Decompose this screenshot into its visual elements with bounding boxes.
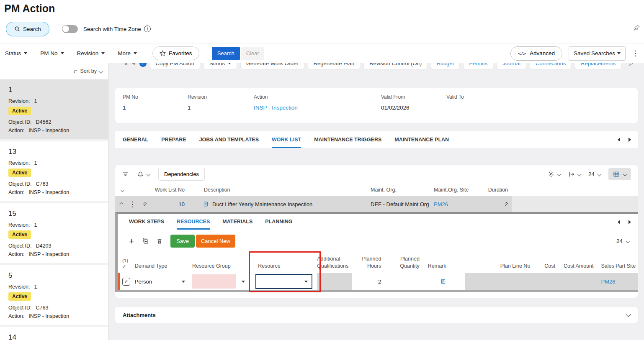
settings-dropdown[interactable] bbox=[548, 171, 561, 177]
tabs-scroll-left-icon[interactable] bbox=[618, 138, 620, 142]
permits-link-button[interactable]: Permits bbox=[463, 63, 493, 69]
filter-pm-no[interactable]: PM No bbox=[40, 50, 64, 56]
col-demand-type[interactable]: Demand Type bbox=[135, 263, 190, 270]
col-planned-hours[interactable]: Planned Hours bbox=[352, 256, 387, 270]
col-cost[interactable]: Cost bbox=[535, 263, 559, 270]
timezone-toggle[interactable] bbox=[62, 25, 78, 33]
col-resource[interactable]: Resource bbox=[250, 263, 317, 270]
action-link[interactable]: INSP - Inspection bbox=[254, 105, 381, 111]
col-sales-part-site[interactable]: Sales Part Site bbox=[598, 263, 638, 270]
tab-jobs-and-templates[interactable]: JOBS AND TEMPLATES bbox=[199, 131, 259, 148]
status-dropdown-button[interactable]: Status bbox=[204, 63, 237, 69]
list-item[interactable]: 1 Revision:1 Active Object ID:D4562 Acti… bbox=[0, 79, 108, 139]
journal-link-button[interactable]: Journal bbox=[497, 63, 526, 69]
favorites-button[interactable]: Favorites bbox=[152, 46, 199, 60]
sort-icon bbox=[73, 69, 77, 74]
search-button[interactable]: Search bbox=[212, 47, 240, 60]
col-remark[interactable]: Remark bbox=[424, 263, 465, 270]
save-button[interactable]: Save bbox=[170, 235, 195, 248]
col-work-list-no[interactable]: Work List No bbox=[147, 187, 189, 193]
list-item[interactable]: 13 Revision:1 Active Object ID:C763 Acti… bbox=[0, 141, 108, 201]
resources-page-size-dropdown[interactable]: 24 bbox=[616, 238, 629, 244]
kebab-menu-icon[interactable]: ⋮ bbox=[632, 50, 639, 57]
col-additional-qualifications[interactable]: Additional Qualifications bbox=[317, 256, 352, 270]
sort-by-label[interactable]: Sort by bbox=[80, 68, 97, 74]
export-dropdown[interactable] bbox=[568, 171, 581, 177]
saved-searches-dropdown[interactable]: Saved Searches bbox=[569, 46, 626, 61]
tabs-scroll-right-icon[interactable] bbox=[629, 138, 631, 142]
attachments-section[interactable]: Attachments bbox=[115, 307, 638, 323]
revision-control-button[interactable]: Revision Control (Off) bbox=[363, 63, 428, 69]
filter-more[interactable]: More bbox=[118, 50, 137, 56]
col-plan-line-no[interactable]: Plan Line No bbox=[465, 263, 535, 270]
add-row-icon[interactable]: + bbox=[129, 237, 134, 245]
resources-row[interactable]: ✓ Person bbox=[118, 273, 638, 290]
filter-revision[interactable]: Revision bbox=[77, 50, 105, 56]
filter-status[interactable]: Status bbox=[5, 50, 27, 56]
connections-link-button[interactable]: Connections bbox=[530, 63, 572, 69]
tab-work-list[interactable]: WORK LIST bbox=[272, 131, 301, 148]
caret-down-icon[interactable] bbox=[242, 281, 245, 283]
tab-maintenance-triggers[interactable]: MAINTENANCE TRIGGERS bbox=[314, 131, 381, 148]
col-cost-amount[interactable]: Cost Amount bbox=[559, 263, 598, 270]
budget-link-button[interactable]: Budget bbox=[431, 63, 460, 69]
demand-type-select[interactable]: Person bbox=[135, 279, 185, 285]
col-description[interactable]: Description bbox=[189, 187, 369, 193]
advanced-search-button[interactable]: </> Advanced bbox=[510, 46, 562, 61]
chevron-down-icon[interactable] bbox=[626, 312, 631, 317]
dependencies-button[interactable]: Dependencies bbox=[158, 168, 205, 181]
delete-row-icon[interactable] bbox=[157, 238, 162, 244]
page-size-dropdown[interactable]: 24 bbox=[588, 171, 601, 177]
gear-icon bbox=[548, 171, 554, 177]
info-circle-icon[interactable]: i bbox=[139, 63, 147, 67]
sales-part-site-link[interactable]: PM26 bbox=[601, 279, 616, 285]
list-item[interactable]: 5 Revision:1 Active Object ID:C763 Actio… bbox=[0, 265, 108, 325]
row-checkbox[interactable]: ✓ bbox=[122, 278, 130, 286]
search-panel-toggle-button[interactable]: Search bbox=[6, 22, 49, 36]
col-maint-org[interactable]: Maint. Org. bbox=[369, 187, 434, 193]
clear-button[interactable]: Clear bbox=[241, 47, 264, 60]
copy-pm-action-button[interactable]: Copy PM Action bbox=[150, 63, 201, 69]
list-item[interactable]: 15 Revision:1 Active Object ID:D4203 Act… bbox=[0, 203, 108, 263]
subtabs-scroll-right-icon[interactable] bbox=[629, 220, 631, 224]
col-resource-group[interactable]: Resource Group bbox=[190, 263, 250, 270]
pin-icon[interactable] bbox=[634, 24, 640, 31]
pin-icon[interactable] bbox=[629, 63, 634, 66]
tab-planning[interactable]: PLANNING bbox=[265, 219, 292, 230]
duplicate-row-icon[interactable] bbox=[142, 238, 149, 244]
subtabs-scroll-left-icon[interactable] bbox=[618, 220, 620, 224]
replacements-link-button[interactable]: Replacements bbox=[575, 63, 621, 69]
regenerate-plan-button[interactable]: Regenerate Plan bbox=[308, 63, 361, 69]
tab-maintenance-plan[interactable]: MAINTENANCE PLAN bbox=[394, 131, 449, 148]
col-duration[interactable]: Duration bbox=[474, 187, 512, 193]
row-collapse-icon[interactable] bbox=[119, 202, 123, 206]
resource-group-input[interactable] bbox=[192, 274, 236, 289]
tab-work-steps[interactable]: WORK STEPS bbox=[129, 219, 164, 230]
chevron-down-icon[interactable] bbox=[99, 69, 103, 73]
remark-note-icon[interactable] bbox=[440, 279, 446, 284]
note-icon[interactable] bbox=[203, 201, 209, 207]
tab-prepare[interactable]: PREPARE bbox=[161, 131, 186, 148]
cancel-new-button[interactable]: Cancel New bbox=[196, 235, 235, 248]
collapse-icon[interactable]: « bbox=[124, 63, 128, 66]
col-planned-quantity[interactable]: Planned Quantity bbox=[387, 256, 424, 270]
work-list-row[interactable]: ⋮ 10 Duct Lifter Yearly Maintenance Insp… bbox=[115, 196, 638, 212]
row-menu-icon[interactable]: ⋮ bbox=[129, 201, 136, 208]
view-mode-dropdown[interactable] bbox=[608, 168, 631, 180]
work-list-header-row: Work List No Description Maint. Org. Mai… bbox=[115, 184, 638, 196]
info-icon[interactable]: i bbox=[144, 26, 151, 32]
list-item[interactable]: 14 Revision:1 Active bbox=[0, 327, 108, 340]
filter-icon[interactable] bbox=[122, 171, 129, 177]
tab-resources[interactable]: RESOURCES bbox=[177, 219, 210, 230]
maint-org-site-link[interactable]: PM26 bbox=[434, 201, 474, 207]
tab-general[interactable]: GENERAL bbox=[123, 131, 148, 148]
paperclip-icon[interactable] bbox=[142, 201, 147, 207]
notifications-dropdown[interactable] bbox=[137, 171, 150, 178]
tab-materials[interactable]: MATERIALS bbox=[222, 219, 252, 230]
generate-work-order-button[interactable]: Generate Work Order bbox=[240, 63, 304, 69]
edit-pencil-icon[interactable]: ✎ bbox=[131, 63, 136, 66]
collapse-all-icon[interactable] bbox=[121, 188, 125, 192]
resource-select[interactable] bbox=[255, 274, 312, 289]
planned-hours-value[interactable]: 2 bbox=[352, 279, 387, 285]
col-maint-org-site[interactable]: Maint.Org. Site bbox=[434, 187, 474, 193]
